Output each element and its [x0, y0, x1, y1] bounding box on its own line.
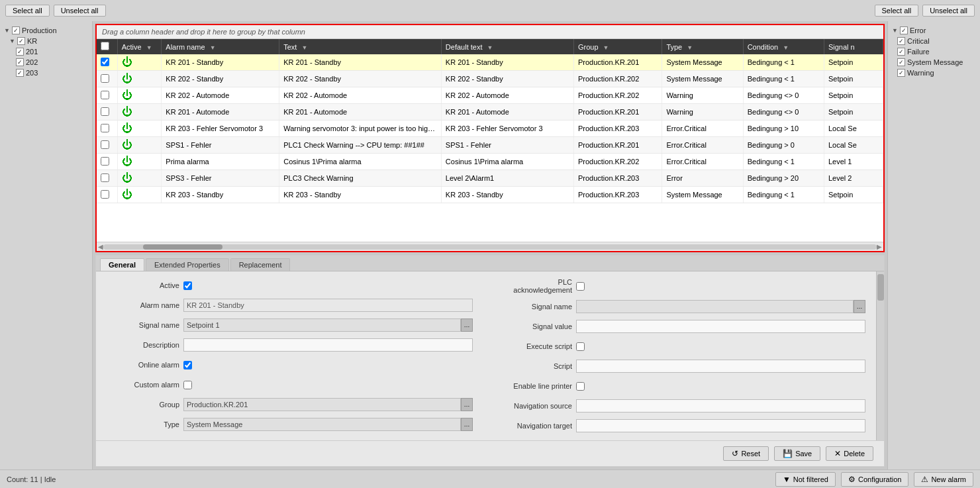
sidebar-item-201[interactable]: 201	[3, 46, 89, 57]
nav-target-input[interactable]	[576, 419, 865, 432]
tab-general[interactable]: General	[100, 258, 144, 271]
col-header-active[interactable]: Active ▼	[117, 39, 162, 54]
sidebar-check-error[interactable]	[900, 26, 908, 34]
toolbar-right: Select all Unselect all	[875, 5, 975, 17]
col-header-signal[interactable]: Signal n	[824, 39, 883, 54]
sidebar-item-system-message[interactable]: System Message	[891, 57, 977, 68]
row-active: ⏻	[117, 154, 162, 170]
row-checkbox[interactable]	[101, 190, 109, 199]
table-row[interactable]: ⏻KR 202 - AutomodeKR 202 - AutomodeKR 20…	[97, 87, 883, 104]
reset-button[interactable]: ↺ Reset	[723, 446, 769, 461]
row-checkbox[interactable]	[101, 157, 109, 166]
col-header-text[interactable]: Text ▼	[279, 39, 442, 54]
group-dropdown-btn[interactable]: …	[461, 398, 473, 411]
plc-ack-checkbox[interactable]	[576, 282, 585, 291]
signal-name-input[interactable]	[183, 318, 461, 332]
enable-printer-checkbox[interactable]	[576, 382, 585, 391]
sidebar-check-202[interactable]	[16, 58, 24, 66]
row-checkbox[interactable]	[101, 74, 109, 83]
tab-extended-properties[interactable]: Extended Properties	[146, 258, 229, 271]
save-button[interactable]: 💾 Save	[774, 446, 820, 461]
row-checkbox[interactable]	[101, 124, 109, 132]
type-input[interactable]	[183, 418, 461, 431]
right-signal-dropdown-btn[interactable]: …	[854, 300, 865, 313]
row-checkbox[interactable]	[101, 140, 109, 149]
unselect-all-button[interactable]: Unselect all	[54, 5, 106, 17]
group-input[interactable]	[183, 398, 461, 411]
sidebar-item-failure[interactable]: Failure	[891, 46, 977, 57]
new-alarm-button[interactable]: ⚠ New alarm	[914, 472, 973, 487]
sidebar-item-203[interactable]: 203	[3, 68, 89, 78]
alarm-name-input[interactable]	[183, 299, 473, 312]
sidebar-check-kr[interactable]	[17, 37, 25, 45]
row-text: KR 201 - Standby	[279, 54, 442, 71]
table-row[interactable]: ⏻KR 202 - StandbyKR 202 - StandbyKR 202 …	[97, 71, 883, 87]
table-body-wrap[interactable]: Active ▼ Alarm name ▼ Text ▼	[97, 39, 883, 242]
horizontal-scrollbar[interactable]: ◀ ▶	[97, 242, 883, 251]
table-row[interactable]: ⏻KR 203 - StandbyKR 203 - StandbyKR 203 …	[97, 187, 883, 203]
type-dropdown-btn[interactable]: …	[461, 418, 473, 431]
table-row[interactable]: ⏻Prima alarmaCosinus 1\Prima alarmaCosin…	[97, 154, 883, 170]
description-input[interactable]	[183, 338, 473, 352]
sidebar-item-error[interactable]: ▼ Error	[891, 25, 977, 36]
right-signal-name-input[interactable]	[576, 300, 854, 313]
tab-replacement[interactable]: Replacement	[230, 258, 291, 271]
unselect-all-right-button[interactable]: Unselect all	[922, 5, 975, 17]
sidebar-check-critical[interactable]	[897, 37, 905, 45]
row-default-text: KR 203 - Standby	[441, 187, 573, 203]
hscroll-track[interactable]	[103, 244, 877, 250]
sidebar-check-203[interactable]	[16, 69, 24, 77]
sidebar-item-critical[interactable]: Critical	[891, 36, 977, 46]
sidebar-item-202[interactable]: 202	[3, 57, 89, 68]
table-row[interactable]: ⏻KR 201 - StandbyKR 201 - StandbyKR 201 …	[97, 54, 883, 71]
col-header-alarm-name[interactable]: Alarm name ▼	[162, 39, 279, 54]
sidebar-check-system-message[interactable]	[897, 58, 905, 66]
row-default-text: KR 202 - Standby	[441, 71, 573, 87]
online-alarm-checkbox[interactable]	[183, 361, 192, 369]
table-row[interactable]: ⏻KR 201 - AutomodeKR 201 - AutomodeKR 20…	[97, 104, 883, 121]
row-checkbox[interactable]	[101, 173, 109, 182]
detail-scrollbar[interactable]	[876, 271, 884, 440]
sidebar-item-warning[interactable]: Warning	[891, 68, 977, 78]
custom-alarm-checkbox[interactable]	[183, 381, 192, 389]
select-all-button[interactable]: Select all	[5, 5, 50, 17]
hscroll-thumb[interactable]	[143, 244, 222, 250]
nav-source-input[interactable]	[576, 399, 865, 413]
delete-button[interactable]: ✕ Delete	[826, 446, 873, 461]
row-active: ⏻	[117, 170, 162, 187]
sidebar-item-kr[interactable]: ▼ KR	[3, 36, 89, 46]
col-header-default-text[interactable]: Default text ▼	[441, 39, 573, 54]
sidebar-check-production[interactable]	[12, 26, 20, 34]
row-checkbox[interactable]	[101, 58, 109, 66]
col-header-type[interactable]: Type ▼	[662, 39, 743, 54]
detail-left-col: Active Alarm name Signal name …	[107, 278, 473, 434]
table-row[interactable]: ⏻SPS1 - FehlerPLC1 Check Warning --> CPU…	[97, 137, 883, 154]
col-header-checkbox[interactable]	[97, 39, 117, 54]
col-header-condition[interactable]: Condition ▼	[743, 39, 824, 54]
active-checkbox[interactable]	[183, 281, 192, 290]
configuration-button[interactable]: ⚙ Configuration	[841, 472, 908, 487]
row-group: Production.KR.201	[573, 54, 662, 71]
select-all-right-button[interactable]: Select all	[875, 5, 919, 17]
sidebar-check-201[interactable]	[16, 48, 24, 56]
table-row[interactable]: ⏻SPS3 - FehlerPLC3 Check WarningLevel 2\…	[97, 170, 883, 187]
execute-script-checkbox[interactable]	[576, 342, 585, 351]
row-checkbox[interactable]	[101, 91, 109, 99]
row-checkbox[interactable]	[101, 107, 109, 116]
select-all-checkbox[interactable]	[101, 42, 109, 50]
col-header-group[interactable]: Group ▼	[573, 39, 662, 54]
filter-icon-alarm: ▼	[210, 44, 216, 51]
table-row[interactable]: ⏻KR 203 - Fehler Servomotor 3Warning ser…	[97, 121, 883, 137]
drag-hint: Drag a column header and drop it here to…	[97, 25, 883, 39]
sidebar-check-failure[interactable]	[897, 48, 905, 56]
detail-vscroll-thumb[interactable]	[877, 274, 884, 301]
row-active: ⏻	[117, 71, 162, 87]
sidebar-label-production: Production	[22, 26, 57, 34]
signal-name-dropdown-btn[interactable]: …	[461, 318, 473, 332]
signal-value-input[interactable]	[576, 320, 865, 333]
sidebar-item-production[interactable]: ▼ Production	[3, 25, 89, 36]
new-alarm-icon: ⚠	[921, 475, 928, 484]
script-input[interactable]	[576, 360, 865, 373]
sidebar-check-warning[interactable]	[897, 69, 905, 77]
not-filtered-button[interactable]: ▼ Not filtered	[775, 472, 836, 487]
